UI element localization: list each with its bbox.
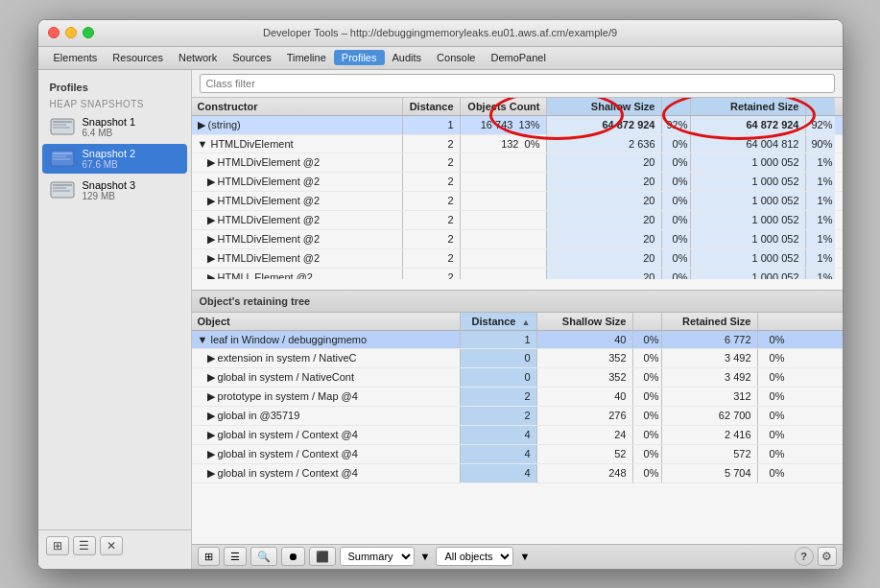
- row-retained-pct: 1%: [806, 173, 835, 191]
- row-shallow-pct: 0%: [662, 269, 691, 279]
- retaining-tree-row[interactable]: ▶ global in system / Context @4 4 24 0% …: [192, 426, 843, 445]
- stop-button[interactable]: ⬛: [309, 547, 336, 566]
- table-row[interactable]: ▶ HTMLDivElement @2 2 20 0% 1 000 052 1%: [192, 249, 843, 269]
- table-row[interactable]: ▶ HTMLDivElement @2 2 20 0% 1 000 052 1%: [192, 192, 843, 211]
- retaining-tree-row[interactable]: ▶ global in system / NativeCont 0 352 0%…: [192, 368, 843, 388]
- retaining-row-retained: 62 700: [662, 407, 758, 425]
- retaining-row-distance: 0: [461, 349, 537, 367]
- minimize-button[interactable]: [65, 27, 77, 38]
- table-row[interactable]: ▶ HTMLDivElement @2 2 20 0% 1 000 052 1%: [192, 173, 843, 192]
- retaining-tree-row[interactable]: ▶ global in system / Context @4 4 248 0%…: [192, 464, 843, 483]
- retaining-row-retained: 6 772: [662, 331, 758, 348]
- menu-sources[interactable]: Sources: [225, 50, 278, 65]
- retaining-tree-row[interactable]: ▼ leaf in Window / debuggingmemo 1 40 0%…: [192, 331, 843, 349]
- new-snapshot-button[interactable]: ⊞: [46, 536, 69, 555]
- search-button[interactable]: 🔍: [250, 547, 277, 566]
- maximize-button[interactable]: [83, 27, 94, 38]
- summary-dropdown[interactable]: Summary: [340, 547, 415, 566]
- retaining-row-retained-pct: 0%: [758, 331, 787, 348]
- class-filter-input[interactable]: [200, 74, 835, 93]
- snapshot-item-1[interactable]: Snapshot 1 6.4 MB: [42, 112, 187, 142]
- retaining-tree-row[interactable]: ▶ prototype in system / Map @4 2 40 0% 3…: [192, 388, 843, 407]
- header-shallow-pct2: [633, 313, 662, 330]
- class-filter-bar: [192, 70, 843, 98]
- row-retained-pct: 1%: [806, 249, 835, 268]
- row-shallow: 20: [547, 192, 662, 210]
- row-shallow-pct: 0%: [662, 135, 691, 153]
- titlebar: Developer Tools – http://debuggingmemory…: [38, 20, 843, 47]
- snapshot-2-size: 67.6 MB: [83, 159, 179, 170]
- retaining-tree-divider: Object's retaining tree: [192, 290, 843, 313]
- row-shallow-pct: 0%: [662, 211, 691, 229]
- retaining-row-retained: 5 704: [662, 464, 758, 482]
- menu-network[interactable]: Network: [171, 50, 225, 65]
- delete-button[interactable]: ✕: [100, 536, 123, 555]
- row-constructor: ▶ HTMLDivElement @2: [192, 230, 403, 248]
- snapshot-1-size: 6.4 MB: [83, 128, 179, 138]
- retaining-tree-row[interactable]: ▶ global in system / Context @4 4 52 0% …: [192, 445, 843, 464]
- table-row[interactable]: ▶ HTMLDivElement @2 2 20 0% 1 000 052 1%: [192, 153, 843, 173]
- window-title: Developer Tools – http://debuggingmemory…: [263, 27, 617, 38]
- snapshot-1-name: Snapshot 1: [83, 116, 179, 128]
- svg-rect-9: [53, 184, 72, 186]
- retaining-tree-row[interactable]: ▶ global in @35719 2 276 0% 62 700 0%: [192, 407, 843, 426]
- row-distance: 1: [403, 116, 461, 134]
- menu-profiles[interactable]: Profiles: [334, 50, 385, 65]
- menu-resources[interactable]: Resources: [105, 50, 171, 65]
- list-button[interactable]: ☰: [224, 547, 247, 566]
- header-retained: Retained Size: [662, 313, 758, 330]
- retaining-row-distance: 2: [461, 407, 537, 425]
- help-button[interactable]: ?: [795, 547, 814, 566]
- objects-dropdown[interactable]: All objects: [436, 547, 513, 566]
- retaining-row-retained-pct: 0%: [758, 445, 787, 463]
- table-row[interactable]: ▼ HTMLDivElement 2 132 0% 2 636 0% 64 00…: [192, 135, 843, 153]
- row-retained: 1 000 052: [691, 153, 806, 172]
- table-row[interactable]: ▶ HTMLDivElement @2 2 20 0% 1 000 052 1%: [192, 230, 843, 249]
- row-shallow: 20: [547, 249, 662, 268]
- row-retained-pct: 1%: [806, 192, 835, 210]
- record-button[interactable]: ⏺: [281, 547, 305, 566]
- snapshot-icon-2: [50, 148, 77, 169]
- retaining-row-shallow: 52: [537, 445, 633, 463]
- close-button[interactable]: [48, 27, 59, 38]
- header-constructor: Constructor: [192, 98, 403, 115]
- menu-console[interactable]: Console: [429, 50, 483, 65]
- row-objects: [461, 230, 547, 248]
- table-row[interactable]: ▶ (string) 1 16 743 13% 64 872 924 92% 6…: [192, 116, 843, 135]
- retaining-row-retained: 572: [662, 445, 758, 463]
- retaining-tree-row[interactable]: ▶ extension in system / NativeC 0 352 0%…: [192, 349, 843, 368]
- retaining-row-shallow-pct: 0%: [633, 349, 662, 367]
- snapshot-item-2[interactable]: Snapshot 2 67.6 MB: [42, 144, 187, 174]
- menu-elements[interactable]: Elements: [46, 50, 106, 65]
- panel-button[interactable]: ⊞: [198, 547, 220, 566]
- header-shallow: Shallow Size: [537, 313, 633, 330]
- statusbar: ⊞ ☰ 🔍 ⏺ ⬛ Summary ▼ All objects ▼ ? ⚙: [192, 544, 843, 569]
- row-constructor: ▶ HTMLDivElement @2: [192, 211, 403, 229]
- row-retained-pct: 92%: [806, 116, 835, 134]
- row-distance: 2: [403, 211, 461, 229]
- retaining-tree-title: Object's retaining tree: [200, 295, 311, 307]
- svg-rect-6: [53, 155, 66, 157]
- table-row[interactable]: ▶ HTMLL Element @2 2 20 0% 1 000 052 1%: [192, 269, 843, 279]
- gear-button[interactable]: ⚙: [818, 547, 837, 566]
- menu-demopanel[interactable]: DemoPanel: [483, 50, 553, 65]
- row-objects: [461, 211, 547, 229]
- row-constructor: ▶ HTMLDivElement @2: [192, 173, 403, 191]
- menu-audits[interactable]: Audits: [385, 50, 430, 65]
- row-distance: 2: [403, 153, 461, 172]
- window-controls[interactable]: [48, 27, 94, 38]
- table-with-annotations: Constructor Distance Objects Count Shall…: [192, 98, 843, 279]
- compare-button[interactable]: ☰: [73, 536, 96, 555]
- menu-timeline[interactable]: Timeline: [279, 50, 334, 65]
- snapshot-2-name: Snapshot 2: [83, 148, 179, 159]
- retaining-row-retained: 3 492: [662, 368, 758, 387]
- heap-table: Constructor Distance Objects Count Shall…: [192, 98, 843, 290]
- retaining-row-retained-pct: 0%: [758, 388, 787, 406]
- row-objects: [461, 249, 547, 268]
- row-retained-pct: 1%: [806, 269, 835, 279]
- retaining-row-shallow-pct: 0%: [633, 445, 662, 463]
- svg-rect-3: [53, 127, 70, 129]
- table-row[interactable]: ▶ HTMLDivElement @2 2 20 0% 1 000 052 1%: [192, 211, 843, 230]
- row-shallow-pct: 92%: [662, 116, 691, 134]
- snapshot-item-3[interactable]: Snapshot 3 129 MB: [42, 176, 187, 205]
